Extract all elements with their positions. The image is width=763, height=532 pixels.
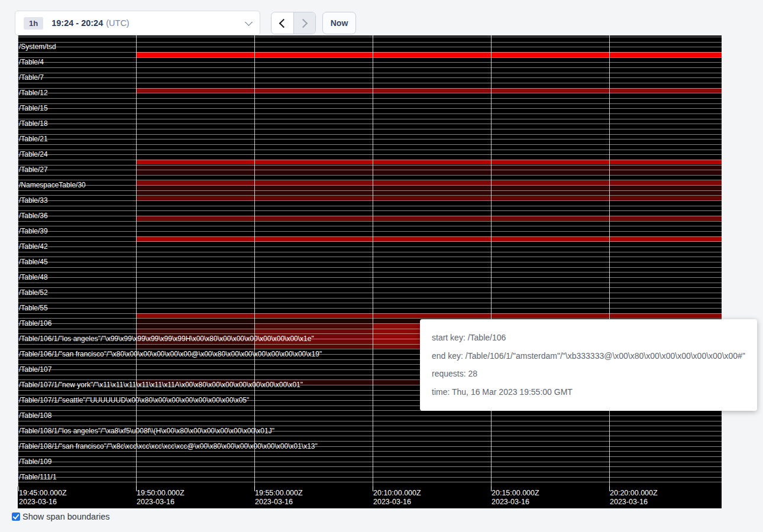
- span-boundary-line: [18, 293, 722, 293]
- heat-band: [136, 196, 722, 201]
- row-label: /Table/108/1/"san francisco"/"\x8c\xcc\x…: [19, 443, 318, 450]
- row-label: /Table/33: [19, 197, 48, 204]
- span-boundary-line: [18, 462, 722, 462]
- span-boundary-line: [18, 257, 722, 257]
- row-label: /Table/106: [19, 320, 51, 327]
- heat-band: [254, 323, 373, 329]
- span-boundary-line: [18, 272, 722, 273]
- tooltip-requests: requests: 28: [432, 369, 752, 379]
- heat-band: [136, 323, 254, 329]
- span-boundary-line: [18, 482, 722, 482]
- row-label: /Table/42: [19, 243, 48, 250]
- tooltip-start-key: start key: /Table/106: [432, 333, 752, 343]
- span-boundary-line: [18, 88, 722, 89]
- span-boundary-line: [18, 436, 722, 436]
- prev-range-button[interactable]: [271, 12, 294, 34]
- span-boundary-line: [18, 175, 722, 176]
- span-boundary-line: [18, 160, 722, 160]
- span-boundary-line: [18, 451, 722, 452]
- heat-band: [136, 313, 722, 319]
- span-boundary-line: [18, 73, 722, 73]
- span-boundary-line: [18, 477, 722, 478]
- row-label: /Table/107/1/"new york"/"\x11\x11\x11\x1…: [19, 381, 303, 388]
- heat-band: [136, 216, 722, 221]
- row-label: /Table/12: [19, 89, 48, 96]
- row-label: /Table/55: [19, 304, 48, 312]
- range-text: 19:24 - 20:24: [51, 18, 103, 28]
- span-boundary-line: [18, 231, 722, 232]
- span-boundary-line: [18, 252, 722, 252]
- span-boundary-line: [18, 283, 722, 283]
- footer: Show span boundaries: [12, 512, 110, 521]
- heat-band: [136, 344, 254, 349]
- row-label: /Table/45: [19, 258, 48, 265]
- span-boundary-line: [18, 221, 722, 222]
- span-boundary-line: [18, 210, 722, 211]
- show-span-boundaries-checkbox[interactable]: [12, 512, 20, 521]
- span-boundary-line: [18, 93, 722, 93]
- checkbox-label: Show span boundaries: [22, 512, 110, 521]
- span-tooltip: start key: /Table/106 end key: /Table/10…: [420, 319, 757, 411]
- x-axis-tick: 20:15:00.000Z2023-03-16: [492, 489, 539, 507]
- span-boundary-line: [18, 129, 722, 129]
- key-visualizer-page: 1h 19:24 - 20:24 (UTC) Now 19:45:00.000Z…: [0, 0, 763, 532]
- span-boundary-line: [18, 52, 722, 53]
- row-label: /Table/107: [19, 366, 51, 373]
- next-range-button[interactable]: [294, 12, 316, 34]
- span-boundary-line: [18, 62, 722, 63]
- span-boundary-line: [18, 150, 722, 150]
- row-label: /Table/21: [19, 135, 48, 142]
- span-boundary-line: [18, 144, 722, 145]
- row-label: /Table/108: [19, 412, 51, 419]
- span-boundary-line: [18, 466, 722, 467]
- span-boundary-line: [18, 421, 722, 421]
- span-boundary-line: [18, 165, 722, 166]
- range-duration-badge: 1h: [24, 17, 43, 30]
- x-axis-tick: 19:50:00.000Z2023-03-16: [137, 489, 185, 507]
- now-button[interactable]: Now: [322, 12, 356, 34]
- span-boundary-line: [18, 180, 722, 180]
- span-boundary-line: [18, 241, 722, 242]
- time-gridline: [373, 35, 373, 486]
- span-boundary-line: [18, 139, 722, 140]
- span-boundary-line: [18, 57, 722, 58]
- tooltip-end-key: end key: /Table/106/1/"amsterdam"/"\xb33…: [432, 351, 752, 361]
- check-icon: [12, 512, 19, 520]
- span-boundary-line: [18, 246, 722, 247]
- row-label: /Table/106/1/"san francisco"/"\x80\x00\x…: [19, 351, 322, 358]
- span-boundary-line: [18, 185, 722, 186]
- row-label: /NamespaceTable/30: [19, 181, 86, 189]
- span-boundary-line: [18, 103, 722, 104]
- x-axis-tick: 19:45:00.000Z2023-03-16: [19, 489, 67, 507]
- row-label: /Table/4: [19, 59, 44, 66]
- span-boundary-line: [18, 83, 722, 83]
- span-boundary-line: [18, 113, 722, 114]
- span-boundary-line: [18, 42, 722, 43]
- row-label: /Table/7: [19, 74, 44, 81]
- key-visualizer-canvas[interactable]: 19:45:00.000Z2023-03-1619:50:00.000Z2023…: [18, 35, 722, 508]
- span-boundary-line: [18, 277, 722, 278]
- span-boundary-line: [18, 287, 722, 288]
- span-boundary-line: [18, 200, 722, 201]
- span-boundary-line: [18, 190, 722, 191]
- span-boundary-line: [18, 119, 722, 119]
- span-boundary-line: [18, 77, 722, 78]
- span-boundary-line: [18, 195, 722, 196]
- row-label: /Table/111/1: [19, 473, 57, 481]
- row-label: /Table/24: [19, 151, 48, 158]
- row-label: /Table/39: [19, 228, 48, 235]
- time-gridline: [18, 35, 18, 486]
- span-boundary-line: [18, 108, 722, 109]
- time-gridline: [609, 35, 610, 486]
- time-gridline: [254, 35, 255, 486]
- heat-band: [254, 344, 373, 349]
- heat-band: [136, 88, 722, 93]
- span-boundary-line: [18, 170, 722, 170]
- x-axis-tick: 20:10:00.000Z2023-03-16: [373, 489, 421, 507]
- heat-band: [136, 52, 722, 57]
- span-boundary-line: [18, 47, 722, 47]
- span-boundary-line: [18, 267, 722, 268]
- time-range-selector[interactable]: 1h 19:24 - 20:24 (UTC): [15, 11, 260, 35]
- row-label: /System/tsd: [19, 43, 56, 50]
- row-label: /Table/36: [19, 212, 48, 219]
